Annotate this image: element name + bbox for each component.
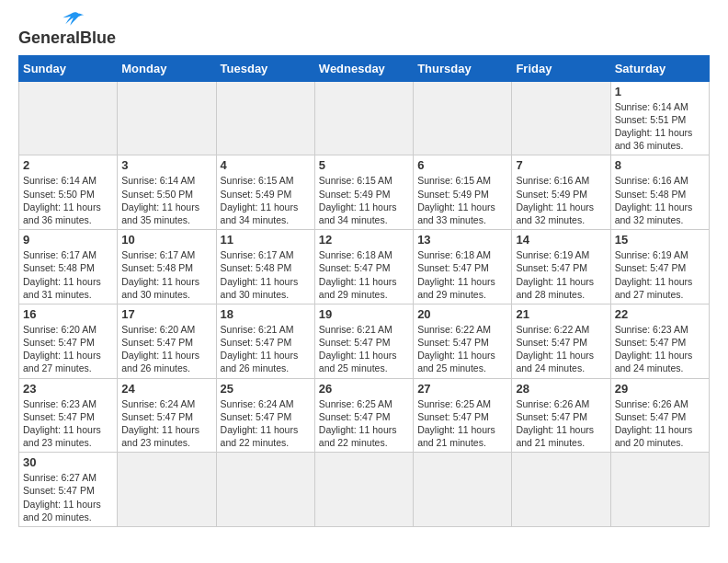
day-info: Sunrise: 6:25 AM Sunset: 5:47 PM Dayligh… <box>319 397 409 450</box>
calendar-cell: 26Sunrise: 6:25 AM Sunset: 5:47 PM Dayli… <box>314 378 413 453</box>
day-number: 9 <box>23 233 113 247</box>
calendar-week-row: 30Sunrise: 6:27 AM Sunset: 5:47 PM Dayli… <box>19 453 710 527</box>
day-number: 19 <box>319 307 409 321</box>
day-number: 30 <box>23 455 113 469</box>
day-info: Sunrise: 6:16 AM Sunset: 5:48 PM Dayligh… <box>615 174 705 226</box>
calendar-cell: 23Sunrise: 6:23 AM Sunset: 5:47 PM Dayli… <box>19 378 118 453</box>
calendar-cell: 30Sunrise: 6:27 AM Sunset: 5:47 PM Dayli… <box>19 453 118 527</box>
day-info: Sunrise: 6:27 AM Sunset: 5:47 PM Dayligh… <box>23 471 113 523</box>
calendar-cell: 9Sunrise: 6:17 AM Sunset: 5:48 PM Daylig… <box>19 230 118 304</box>
calendar-cell <box>118 81 216 155</box>
day-number: 21 <box>516 307 606 321</box>
day-info: Sunrise: 6:16 AM Sunset: 5:49 PM Dayligh… <box>516 174 606 226</box>
calendar-cell: 19Sunrise: 6:21 AM Sunset: 5:47 PM Dayli… <box>314 304 413 378</box>
day-info: Sunrise: 6:26 AM Sunset: 5:47 PM Dayligh… <box>516 397 606 450</box>
logo-general: General <box>18 29 80 48</box>
weekday-header-friday: Friday <box>512 55 610 81</box>
calendar-cell: 21Sunrise: 6:22 AM Sunset: 5:47 PM Dayli… <box>512 304 610 378</box>
calendar-cell: 16Sunrise: 6:20 AM Sunset: 5:47 PM Dayli… <box>19 304 118 378</box>
weekday-header-tuesday: Tuesday <box>216 55 314 81</box>
calendar-cell <box>314 453 413 527</box>
day-number: 11 <box>221 233 311 247</box>
day-number: 3 <box>121 158 211 172</box>
calendar-cell: 1Sunrise: 6:14 AM Sunset: 5:51 PM Daylig… <box>610 81 709 155</box>
calendar-week-row: 23Sunrise: 6:23 AM Sunset: 5:47 PM Dayli… <box>19 378 710 453</box>
calendar-cell <box>314 81 413 155</box>
calendar-cell <box>414 453 512 527</box>
calendar-cell: 10Sunrise: 6:17 AM Sunset: 5:48 PM Dayli… <box>118 230 216 304</box>
calendar-cell: 28Sunrise: 6:26 AM Sunset: 5:47 PM Dayli… <box>512 378 610 453</box>
day-number: 5 <box>319 158 409 172</box>
day-number: 15 <box>615 233 705 247</box>
calendar-cell: 29Sunrise: 6:26 AM Sunset: 5:47 PM Dayli… <box>610 378 709 453</box>
day-info: Sunrise: 6:17 AM Sunset: 5:48 PM Dayligh… <box>221 248 311 301</box>
day-number: 7 <box>516 158 606 172</box>
calendar-cell: 8Sunrise: 6:16 AM Sunset: 5:48 PM Daylig… <box>610 155 709 230</box>
day-info: Sunrise: 6:15 AM Sunset: 5:49 PM Dayligh… <box>319 174 409 226</box>
day-info: Sunrise: 6:21 AM Sunset: 5:47 PM Dayligh… <box>221 323 311 375</box>
day-info: Sunrise: 6:18 AM Sunset: 5:47 PM Dayligh… <box>319 248 409 301</box>
day-info: Sunrise: 6:14 AM Sunset: 5:50 PM Dayligh… <box>23 174 113 226</box>
day-info: Sunrise: 6:21 AM Sunset: 5:47 PM Dayligh… <box>319 323 409 375</box>
day-info: Sunrise: 6:24 AM Sunset: 5:47 PM Dayligh… <box>121 397 211 450</box>
day-info: Sunrise: 6:25 AM Sunset: 5:47 PM Dayligh… <box>417 397 507 450</box>
calendar-cell <box>414 81 512 155</box>
day-info: Sunrise: 6:20 AM Sunset: 5:47 PM Dayligh… <box>121 323 211 375</box>
day-number: 6 <box>417 158 507 172</box>
day-info: Sunrise: 6:18 AM Sunset: 5:47 PM Dayligh… <box>417 248 507 301</box>
day-info: Sunrise: 6:19 AM Sunset: 5:47 PM Dayligh… <box>615 248 705 301</box>
day-number: 25 <box>221 382 311 396</box>
day-number: 16 <box>23 307 113 321</box>
calendar-cell <box>118 453 216 527</box>
logo-bird-icon <box>57 11 94 29</box>
day-number: 28 <box>516 382 606 396</box>
day-info: Sunrise: 6:20 AM Sunset: 5:47 PM Dayligh… <box>23 323 113 375</box>
calendar-cell <box>19 81 118 155</box>
day-info: Sunrise: 6:23 AM Sunset: 5:47 PM Dayligh… <box>23 397 113 450</box>
day-info: Sunrise: 6:22 AM Sunset: 5:47 PM Dayligh… <box>516 323 606 375</box>
calendar-cell: 11Sunrise: 6:17 AM Sunset: 5:48 PM Dayli… <box>216 230 314 304</box>
calendar-cell: 7Sunrise: 6:16 AM Sunset: 5:49 PM Daylig… <box>512 155 610 230</box>
calendar-cell: 4Sunrise: 6:15 AM Sunset: 5:49 PM Daylig… <box>216 155 314 230</box>
calendar-cell: 25Sunrise: 6:24 AM Sunset: 5:47 PM Dayli… <box>216 378 314 453</box>
calendar-cell: 27Sunrise: 6:25 AM Sunset: 5:47 PM Dayli… <box>414 378 512 453</box>
calendar-cell: 2Sunrise: 6:14 AM Sunset: 5:50 PM Daylig… <box>19 155 118 230</box>
day-info: Sunrise: 6:22 AM Sunset: 5:47 PM Dayligh… <box>417 323 507 375</box>
calendar-week-row: 2Sunrise: 6:14 AM Sunset: 5:50 PM Daylig… <box>19 155 710 230</box>
weekday-header-sunday: Sunday <box>19 55 118 81</box>
day-number: 24 <box>121 382 211 396</box>
calendar-cell: 13Sunrise: 6:18 AM Sunset: 5:47 PM Dayli… <box>414 230 512 304</box>
day-info: Sunrise: 6:14 AM Sunset: 5:50 PM Dayligh… <box>121 174 211 226</box>
day-number: 8 <box>615 158 705 172</box>
day-info: Sunrise: 6:17 AM Sunset: 5:48 PM Dayligh… <box>121 248 211 301</box>
day-info: Sunrise: 6:15 AM Sunset: 5:49 PM Dayligh… <box>221 174 311 226</box>
day-number: 12 <box>319 233 409 247</box>
day-number: 10 <box>121 233 211 247</box>
calendar-cell <box>216 453 314 527</box>
logo-area: General Blue <box>18 15 116 48</box>
calendar-cell <box>512 453 610 527</box>
day-number: 23 <box>23 382 113 396</box>
day-number: 26 <box>319 382 409 396</box>
day-info: Sunrise: 6:24 AM Sunset: 5:47 PM Dayligh… <box>221 397 311 450</box>
calendar-cell: 17Sunrise: 6:20 AM Sunset: 5:47 PM Dayli… <box>118 304 216 378</box>
calendar-cell: 3Sunrise: 6:14 AM Sunset: 5:50 PM Daylig… <box>118 155 216 230</box>
day-number: 22 <box>615 307 705 321</box>
day-number: 17 <box>121 307 211 321</box>
weekday-header-thursday: Thursday <box>414 55 512 81</box>
calendar-week-row: 9Sunrise: 6:17 AM Sunset: 5:48 PM Daylig… <box>19 230 710 304</box>
weekday-header-monday: Monday <box>118 55 216 81</box>
calendar-cell <box>610 453 709 527</box>
header: General Blue <box>18 15 710 48</box>
calendar-body: 1Sunrise: 6:14 AM Sunset: 5:51 PM Daylig… <box>19 81 710 526</box>
day-number: 4 <box>221 158 311 172</box>
calendar-cell: 6Sunrise: 6:15 AM Sunset: 5:49 PM Daylig… <box>414 155 512 230</box>
calendar-table: SundayMondayTuesdayWednesdayThursdayFrid… <box>18 55 710 527</box>
day-info: Sunrise: 6:26 AM Sunset: 5:47 PM Dayligh… <box>615 397 705 450</box>
day-number: 2 <box>23 158 113 172</box>
day-number: 18 <box>221 307 311 321</box>
day-info: Sunrise: 6:15 AM Sunset: 5:49 PM Dayligh… <box>417 174 507 226</box>
calendar-week-row: 16Sunrise: 6:20 AM Sunset: 5:47 PM Dayli… <box>19 304 710 378</box>
day-info: Sunrise: 6:23 AM Sunset: 5:47 PM Dayligh… <box>615 323 705 375</box>
calendar-cell: 20Sunrise: 6:22 AM Sunset: 5:47 PM Dayli… <box>414 304 512 378</box>
